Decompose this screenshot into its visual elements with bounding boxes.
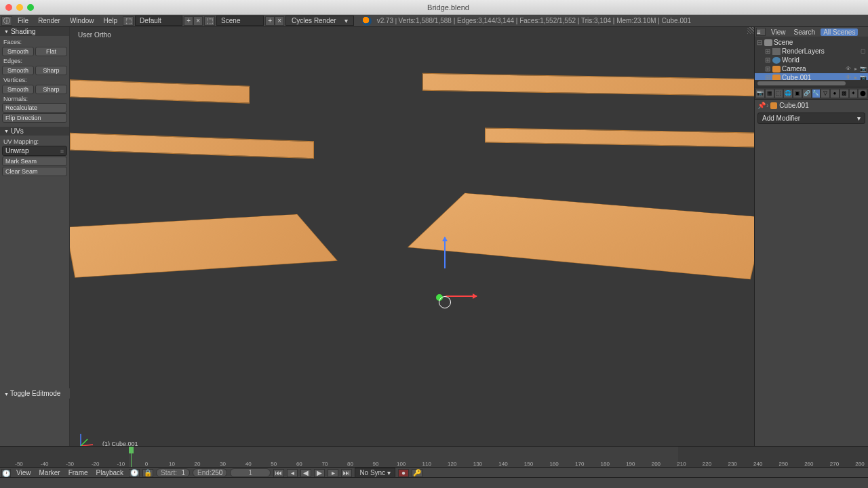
tick-label: 140 [498,461,507,467]
editor-type-icon[interactable]: ⓘ [1,16,12,26]
add-modifier-dropdown[interactable]: Add Modifier▾ [757,113,865,124]
tick-label: 200 [652,461,660,467]
z-axis-handle[interactable] [444,237,446,268]
prop-tab-object-icon[interactable]: ▣ [793,89,802,98]
play-icon[interactable]: ▶ [314,469,325,477]
uvs-panel-header[interactable]: UVs [0,127,69,136]
jump-end-icon[interactable]: ⏭ [341,469,352,477]
menu-render[interactable]: Render [34,17,64,24]
last-operator-panel[interactable]: Toggle Editmode [0,388,70,399]
scene-stats: v2.73 | Verts:1,588/1,588 | Edges:3,144/… [377,17,691,24]
prop-tab-material-icon[interactable]: ● [830,89,840,98]
scene-icon[interactable]: ⬚ [204,16,215,26]
clear-seam-button[interactable]: Clear Seam [2,167,67,176]
auto-keyframe-icon[interactable]: ● [398,469,409,477]
playhead[interactable] [131,447,132,467]
prop-tab-renderlayers-icon[interactable]: ▦ [765,89,774,98]
tl-menu-frame[interactable]: Frame [66,469,91,476]
vertex-sharp-button[interactable]: Sharp [35,85,67,94]
renderlayer-toggle-icon[interactable]: ▢ [860,48,867,54]
delete-layout-button[interactable]: × [193,16,203,26]
tree-row-camera[interactable]: ⊞ Camera 👁▸📷 [755,64,868,73]
prop-tab-constraints-icon[interactable]: 🔗 [802,89,812,98]
outliner-filter-dropdown[interactable]: All Scenes [821,28,858,36]
unwrap-dropdown[interactable]: Unwrap [2,146,67,156]
mark-seam-button[interactable]: Mark Seam [2,157,67,166]
outliner-menu-view[interactable]: View [768,28,789,36]
prop-tab-modifiers-icon[interactable]: 🔧 [812,89,821,98]
keyframe-prev-icon[interactable]: ◂ [287,469,298,477]
edge-sharp-button[interactable]: Sharp [35,66,67,75]
pin-icon[interactable]: 📌 [757,102,764,109]
flip-normals-button[interactable]: Flip Direction [2,113,67,123]
timeline-editor-icon[interactable]: 🕐 [1,469,11,477]
close-window-icon[interactable] [5,4,12,11]
prop-tab-scene-icon[interactable]: ⬚ [774,89,784,98]
properties-editor: 📷 ▦ ⬚ 🌐 ▣ 🔗 🔧 ▽ ● ▩ ✦ ⬤ 📌 › Cube.001 A [755,87,868,465]
recalculate-normals-button[interactable]: Recalculate [2,103,67,113]
outliner-menu-search[interactable]: Search [791,28,818,36]
play-reverse-icon[interactable]: ◀ [300,469,311,477]
lock-time-icon[interactable]: 🔒 [142,469,153,477]
tree-row-scene[interactable]: ⊟ Scene [755,38,868,47]
menu-file[interactable]: File [14,17,33,24]
tree-row-renderlayers[interactable]: ⊞ RenderLayers ▢ [755,47,868,56]
tick-label: 30 [220,461,226,467]
visibility-icon[interactable]: 👁 [845,66,852,72]
layout-icon[interactable]: ⬚ [123,16,134,26]
tick-label: -50 [15,461,23,467]
prop-tab-particles-icon[interactable]: ✦ [849,89,859,98]
area-split-handle[interactable] [747,27,754,34]
tick-label: 0 [145,461,148,467]
start-frame-field[interactable]: Start:1 [156,468,190,477]
add-layout-button[interactable]: + [184,16,193,26]
outliner-scrollbar[interactable] [755,80,868,87]
render-engine-dropdown[interactable]: Cycles Render▾ [285,16,354,26]
tl-menu-view[interactable]: View [14,469,34,476]
maximize-window-icon[interactable] [27,4,34,11]
x-axis-handle[interactable] [446,296,477,297]
outliner-editor-icon[interactable]: ≡ [756,28,766,36]
scene-dropdown[interactable]: Scene [216,16,264,26]
prop-tab-render-icon[interactable]: 📷 [755,89,765,98]
menu-window[interactable]: Window [66,17,98,24]
renderable-icon[interactable]: 📷 [860,66,867,72]
object-icon [770,102,777,109]
tl-menu-marker[interactable]: Marker [37,469,63,476]
edges-label: Edges: [2,57,67,65]
shade-smooth-button[interactable]: Smooth [2,47,34,56]
tick-label: 80 [347,461,353,467]
prop-tab-physics-icon[interactable]: ⬤ [858,89,867,98]
prop-tab-world-icon[interactable]: 🌐 [783,89,793,98]
3d-viewport[interactable]: User Ortho (1) Cube.001 ⬚ View Select Ad… [70,27,754,465]
shade-flat-button[interactable]: Flat [35,47,67,56]
tick-label: 70 [321,461,328,467]
outliner-tree[interactable]: ⊟ Scene ⊞ RenderLayers ▢ ⊞ World ⊞ Camer… [755,37,868,83]
tick-label: -20 [92,461,100,467]
keying-set-icon[interactable]: 🔑 [412,469,422,477]
tree-row-world[interactable]: ⊞ World [755,56,868,64]
tl-menu-playback[interactable]: Playback [94,469,127,476]
end-frame-field[interactable]: End:250 [193,468,227,477]
tick-label: 170 [575,461,584,467]
use-preview-range-icon[interactable]: 🕐 [129,469,140,477]
vertices-label: Vertices: [2,76,67,84]
shading-panel-header[interactable]: Shading [0,27,69,36]
keyframe-next-icon[interactable]: ▸ [328,469,338,477]
current-frame-field[interactable]: 1 [230,468,271,477]
jump-start-icon[interactable]: ⏮ [273,469,284,477]
vertex-smooth-button[interactable]: Smooth [2,85,34,94]
edge-smooth-button[interactable]: Smooth [2,66,34,75]
add-scene-button[interactable]: + [265,16,275,26]
screen-layout-dropdown[interactable]: Default [135,16,182,26]
prop-tab-texture-icon[interactable]: ▩ [840,89,849,98]
delete-scene-button[interactable]: × [275,16,284,26]
timeline-ruler[interactable]: -50-40-30-20-100102030405060708090100110… [0,447,868,467]
prop-tab-data-icon[interactable]: ▽ [821,89,830,98]
tick-label: 100 [397,461,406,467]
menu-help[interactable]: Help [100,17,122,24]
tick-label: 50 [271,461,277,467]
minimize-window-icon[interactable] [16,4,23,11]
sync-mode-dropdown[interactable]: No Sync ▾ [355,468,395,478]
selectable-icon[interactable]: ▸ [852,66,859,72]
